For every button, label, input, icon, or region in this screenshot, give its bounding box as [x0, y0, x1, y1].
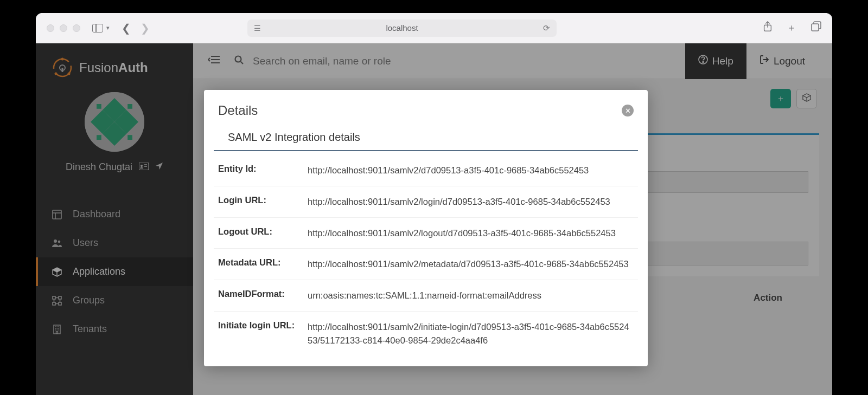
row-metadata-url: Metadata URL: http://localhost:9011/saml…	[214, 249, 638, 280]
address-bar[interactable]: ☰ localhost ⟳	[247, 20, 557, 37]
modal-header: Details ✕	[204, 90, 648, 124]
tab-overview-icon[interactable]	[810, 21, 821, 35]
window-controls	[47, 24, 80, 32]
value-login-url: http://localhost:9011/samlv2/login/d7d09…	[308, 195, 634, 209]
value-logout-url: http://localhost:9011/samlv2/logout/d7d0…	[308, 226, 634, 240]
label-nameid-format: NameIDFormat:	[218, 289, 308, 302]
row-entity-id: Entity Id: http://localhost:9011/samlv2/…	[214, 155, 638, 186]
close-icon: ✕	[625, 107, 631, 115]
label-metadata-url: Metadata URL:	[218, 257, 308, 271]
modal-section-title: SAML v2 Integration details	[214, 124, 638, 151]
app-shell: FusionAuth Dinesh Chugtai	[36, 43, 832, 395]
value-nameid-format: urn:oasis:names:tc:SAML:1.1:nameid-forma…	[308, 289, 634, 302]
minimize-window-icon[interactable]	[60, 24, 67, 32]
forward-button: ❯	[141, 22, 150, 35]
close-modal-button[interactable]: ✕	[622, 105, 634, 116]
sidebar-toggle-icon[interactable]	[92, 24, 103, 33]
value-entity-id: http://localhost:9011/samlv2/d7d09513-a3…	[308, 164, 634, 177]
details-modal: Details ✕ SAML v2 Integration details En…	[204, 90, 648, 366]
row-initiate-login: Initiate login URL: http://localhost:901…	[214, 312, 638, 356]
share-icon[interactable]	[763, 21, 773, 35]
row-logout-url: Logout URL: http://localhost:9011/samlv2…	[214, 218, 638, 249]
saml-details-table: Entity Id: http://localhost:9011/samlv2/…	[204, 151, 648, 355]
tab-group-dropdown-icon[interactable]: ▾	[106, 24, 110, 31]
browser-titlebar: ▾ ❮ ❯ ☰ localhost ⟳ ＋	[36, 13, 832, 43]
label-initiate-login: Initiate login URL:	[218, 320, 308, 347]
maximize-window-icon[interactable]	[73, 24, 80, 32]
row-login-url: Login URL: http://localhost:9011/samlv2/…	[214, 186, 638, 218]
label-entity-id: Entity Id:	[218, 164, 308, 177]
value-initiate-login: http://localhost:9011/samlv2/initiate-lo…	[308, 320, 634, 347]
new-tab-icon[interactable]: ＋	[787, 21, 796, 35]
value-metadata-url: http://localhost:9011/samlv2/metadata/d7…	[308, 257, 634, 271]
privacy-shield-icon[interactable]: ☰	[254, 24, 261, 33]
url-text: localhost	[386, 23, 418, 33]
modal-title: Details	[218, 103, 258, 118]
label-login-url: Login URL:	[218, 195, 308, 209]
browser-window: ▾ ❮ ❯ ☰ localhost ⟳ ＋ FusionAut	[36, 13, 832, 395]
row-nameid-format: NameIDFormat: urn:oasis:names:tc:SAML:1.…	[214, 280, 638, 312]
browser-nav-arrows: ❮ ❯	[122, 22, 150, 35]
reload-icon[interactable]: ⟳	[543, 23, 550, 33]
close-window-icon[interactable]	[47, 24, 54, 32]
label-logout-url: Logout URL:	[218, 226, 308, 240]
back-button[interactable]: ❮	[122, 22, 131, 35]
browser-right-actions: ＋	[763, 21, 821, 35]
svg-rect-1	[812, 24, 819, 31]
